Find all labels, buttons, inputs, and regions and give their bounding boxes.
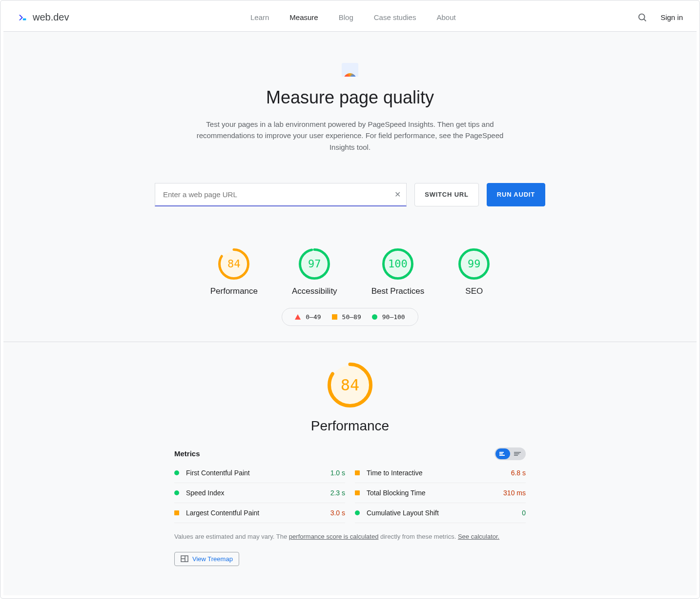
- gauge-performance[interactable]: 84 Performance: [210, 248, 258, 296]
- run-audit-button[interactable]: RUN AUDIT: [487, 183, 545, 206]
- treemap-icon: [181, 555, 188, 562]
- nav-about[interactable]: About: [436, 13, 455, 21]
- gauge-best-practices[interactable]: 100 Best Practices: [371, 248, 425, 296]
- gauge: 100: [382, 248, 413, 280]
- metric-row: Total Blocking Time 310 ms: [355, 483, 526, 503]
- metric-name: Speed Index: [186, 489, 330, 497]
- score-gauges-row: 84 Performance 97 Accessibility 100 Best…: [3, 248, 697, 296]
- metric-name: Time to Interactive: [367, 469, 511, 477]
- page-title: Measure page quality: [155, 87, 545, 108]
- metric-row: First Contentful Paint 1.0 s: [174, 463, 345, 483]
- toggle-right: [510, 448, 525, 459]
- status-dot: [355, 490, 360, 495]
- url-input[interactable]: [155, 183, 389, 205]
- status-dot: [355, 470, 360, 475]
- main-nav: Learn Measure Blog Case studies About: [250, 13, 456, 21]
- gauge: 97: [299, 248, 330, 280]
- triangle-icon: [295, 314, 301, 320]
- gauge: 99: [458, 248, 490, 280]
- nav-blog[interactable]: Blog: [339, 13, 353, 21]
- gauge: 84: [218, 248, 249, 280]
- see-calculator-link[interactable]: See calculator.: [458, 533, 499, 540]
- legend-good: 90–100: [382, 313, 405, 321]
- legend-med: 50–89: [342, 313, 361, 321]
- square-icon: [332, 314, 337, 320]
- score-calc-link[interactable]: performance score is calculated: [289, 533, 379, 540]
- metric-value: 0: [522, 509, 526, 517]
- gauge-seo[interactable]: 99 SEO: [458, 248, 490, 296]
- metric-name: Largest Contentful Paint: [186, 509, 330, 517]
- page-subtitle: Test your pages in a lab environment pow…: [189, 119, 511, 153]
- score-legend: 0–49 50–89 90–100: [282, 308, 418, 326]
- toggle-left: [495, 448, 510, 459]
- metric-name: Total Blocking Time: [367, 489, 503, 497]
- svg-point-0: [639, 14, 645, 20]
- nav-learn[interactable]: Learn: [250, 13, 269, 21]
- gauge-hero-icon: [342, 63, 358, 77]
- nav-case-studies[interactable]: Case studies: [374, 13, 416, 21]
- gauge: 84: [328, 363, 372, 407]
- metric-row: Speed Index 2.3 s: [174, 483, 345, 503]
- gauge-label: SEO: [465, 286, 483, 296]
- metric-value: 1.0 s: [330, 469, 345, 477]
- legend-poor: 0–49: [306, 313, 321, 321]
- view-treemap-button[interactable]: View Treemap: [174, 552, 239, 566]
- status-dot: [174, 470, 179, 475]
- gauge-label: Performance: [210, 286, 258, 296]
- url-field[interactable]: ✕: [155, 183, 407, 206]
- clear-input-icon[interactable]: ✕: [389, 190, 406, 199]
- metric-value: 3.0 s: [330, 509, 345, 517]
- switch-url-button[interactable]: SWITCH URL: [414, 183, 479, 206]
- gauge-label: Best Practices: [371, 286, 425, 296]
- metrics-note: Values are estimated and may vary. The p…: [174, 533, 526, 540]
- circle-icon: [372, 314, 377, 320]
- site-logo[interactable]: web.dev: [17, 12, 69, 23]
- status-dot: [174, 510, 179, 515]
- metrics-view-toggle[interactable]: [494, 447, 526, 460]
- signin-link[interactable]: Sign in: [660, 13, 683, 21]
- metric-value: 2.3 s: [330, 489, 345, 497]
- brand-name: web.dev: [33, 12, 69, 23]
- webdev-logo-icon: [17, 12, 28, 23]
- nav-measure[interactable]: Measure: [289, 13, 318, 21]
- metric-row: Time to Interactive 6.8 s: [355, 463, 526, 483]
- metrics-heading: Metrics: [174, 449, 200, 458]
- status-dot: [355, 510, 360, 515]
- gauge-accessibility[interactable]: 97 Accessibility: [292, 248, 337, 296]
- status-dot: [174, 490, 179, 495]
- metric-row: Cumulative Layout Shift 0: [355, 503, 526, 523]
- performance-heading: Performance: [311, 418, 389, 434]
- metric-row: Largest Contentful Paint 3.0 s: [174, 503, 345, 523]
- metric-name: Cumulative Layout Shift: [367, 509, 522, 517]
- svg-line-1: [644, 19, 646, 20]
- search-icon[interactable]: [637, 12, 648, 23]
- gauge-label: Accessibility: [292, 286, 337, 296]
- metric-value: 6.8 s: [511, 469, 526, 477]
- metric-name: First Contentful Paint: [186, 469, 330, 477]
- metric-value: 310 ms: [503, 489, 526, 497]
